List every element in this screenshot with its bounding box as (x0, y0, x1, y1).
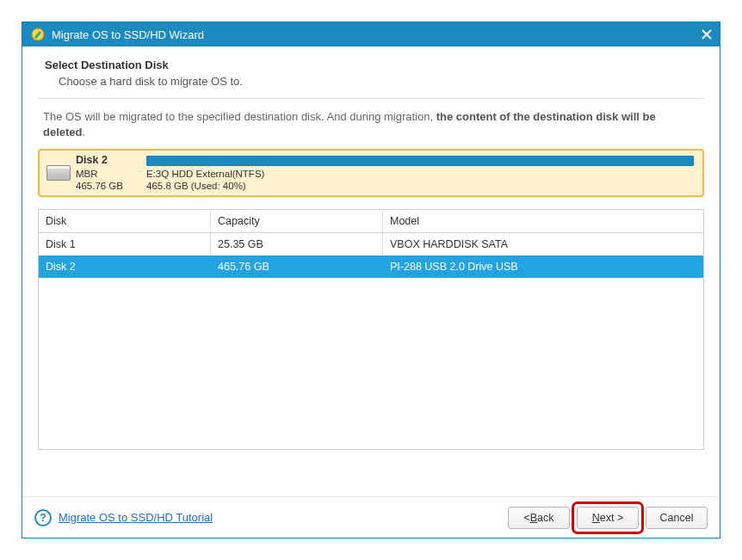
table-row[interactable]: Disk 1 25.35 GB VBOX HARDDISK SATA (39, 233, 703, 255)
preview-disk-name: Disk 2 (76, 154, 123, 168)
col-header-model[interactable]: Model (383, 210, 703, 232)
cell-disk: Disk 1 (39, 233, 211, 255)
selected-disk-preview: Disk 2 MBR 465.76 GB E:3Q HDD External(N… (38, 149, 704, 197)
preview-meta: Disk 2 MBR 465.76 GB (76, 154, 123, 192)
preview-scheme: MBR (76, 168, 123, 180)
cell-capacity: 25.35 GB (211, 233, 383, 255)
help-icon[interactable]: ? (34, 509, 52, 526)
content-area: The OS will be migrated to the specified… (22, 98, 720, 496)
notice-prefix: The OS will be migrated to the specified… (43, 110, 436, 123)
partition-name: E:3Q HDD External(NTFS) (146, 169, 694, 181)
preview-partition: E:3Q HDD External(NTFS) 465.8 GB (Used: … (143, 151, 702, 195)
cell-disk: Disk 2 (39, 255, 211, 278)
partition-usage: 465.8 GB (Used: 40%) (146, 181, 694, 193)
preview-size: 465.76 GB (76, 180, 123, 192)
next-button[interactable]: Next > (577, 507, 639, 529)
warning-notice: The OS will be migrated to the specified… (38, 98, 704, 149)
notice-suffix: . (83, 126, 86, 138)
disk-table: Disk Capacity Model Disk 1 25.35 GB VBOX… (38, 209, 704, 450)
wizard-window: Migrate OS to SSD/HD Wizard Select Desti… (22, 22, 720, 538)
tutorial-link[interactable]: Migrate OS to SSD/HD Tutorial (59, 511, 213, 524)
disk-drive-icon (46, 165, 71, 181)
back-button[interactable]: < Back (508, 507, 570, 529)
titlebar: Migrate OS to SSD/HD Wizard (22, 22, 720, 46)
partition-bar (146, 156, 694, 165)
close-icon[interactable] (699, 27, 714, 42)
page-subtext: Choose a hard disk to migrate OS to. (45, 75, 697, 88)
window-title: Migrate OS to SSD/HD Wizard (52, 28, 699, 41)
cell-model: PI-288 USB 2.0 Drive USB (383, 255, 703, 278)
table-header: Disk Capacity Model (39, 210, 703, 233)
wizard-header: Select Destination Disk Choose a hard di… (22, 46, 720, 98)
app-icon (29, 27, 46, 42)
col-header-disk[interactable]: Disk (39, 210, 211, 232)
page-heading: Select Destination Disk (45, 58, 697, 71)
preview-disk-info: Disk 2 MBR 465.76 GB (40, 151, 143, 195)
partition-label: E:3Q HDD External(NTFS) 465.8 GB (Used: … (146, 169, 694, 193)
col-header-capacity[interactable]: Capacity (211, 210, 383, 232)
cell-capacity: 465.76 GB (211, 255, 383, 278)
table-row[interactable]: Disk 2 465.76 GB PI-288 USB 2.0 Drive US… (39, 255, 703, 278)
cancel-button[interactable]: Cancel (646, 507, 708, 529)
cell-model: VBOX HARDDISK SATA (383, 233, 703, 255)
wizard-footer: ? Migrate OS to SSD/HD Tutorial < Back N… (22, 496, 720, 538)
